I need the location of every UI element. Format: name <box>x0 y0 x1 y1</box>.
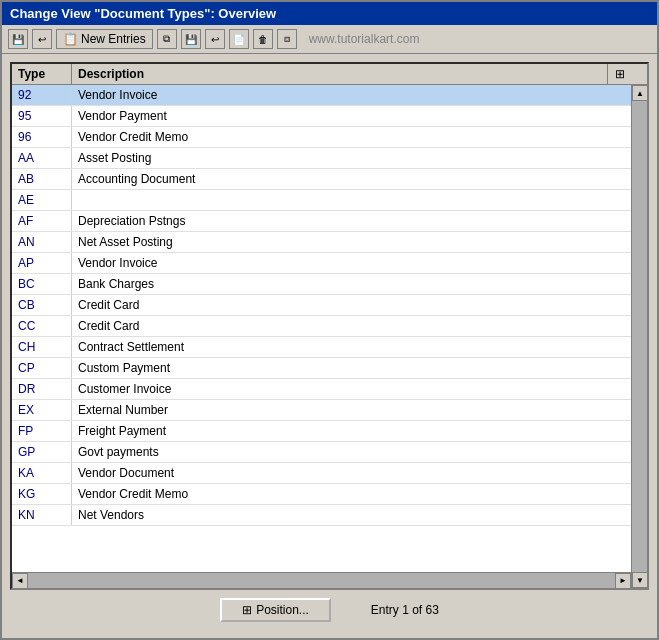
table-row[interactable]: KG Vendor Credit Memo <box>12 484 631 505</box>
position-btn-icon: ⊞ <box>242 603 252 617</box>
cell-type: 96 <box>12 127 72 147</box>
new-entries-icon: 📋 <box>63 32 78 46</box>
document-types-table: Type Description ⊞ 92 Vendor Invoice <box>10 62 649 590</box>
cell-type: BC <box>12 274 72 294</box>
cell-desc: Freight Payment <box>72 421 631 441</box>
save-icon[interactable]: 💾 <box>8 29 28 49</box>
cell-type: FP <box>12 421 72 441</box>
header-type: Type <box>12 64 72 84</box>
table-row[interactable]: 96 Vendor Credit Memo <box>12 127 631 148</box>
table-row[interactable]: 95 Vendor Payment <box>12 106 631 127</box>
table-row[interactable]: AP Vendor Invoice <box>12 253 631 274</box>
cell-type: KA <box>12 463 72 483</box>
horizontal-scrollbar[interactable]: ◄ ► <box>12 572 631 588</box>
watermark: www.tutorialkart.com <box>309 32 420 46</box>
toolbar: 💾 ↩ 📋 New Entries ⧉ 💾 ↩ 📄 🗑 ⧈ www.tutori… <box>2 25 657 54</box>
cell-type: KN <box>12 505 72 525</box>
table-main: 92 Vendor Invoice 95 Vendor Payment 96 V… <box>12 85 631 588</box>
table-row[interactable]: BC Bank Charges <box>12 274 631 295</box>
clipboard-icon[interactable]: 📄 <box>229 29 249 49</box>
cell-desc: Accounting Document <box>72 169 631 189</box>
main-window: Change View "Document Types": Overview 💾… <box>0 0 659 640</box>
copy-icon[interactable]: ⧉ <box>157 29 177 49</box>
table-header: Type Description ⊞ <box>12 64 647 85</box>
horizontal-scroll-track[interactable] <box>28 573 615 589</box>
cell-desc: Contract Settlement <box>72 337 631 357</box>
scroll-down-button[interactable]: ▼ <box>632 572 647 588</box>
table-outer: 92 Vendor Invoice 95 Vendor Payment 96 V… <box>12 85 647 588</box>
cell-type: CP <box>12 358 72 378</box>
table-row[interactable]: 92 Vendor Invoice <box>12 85 631 106</box>
cell-desc: Credit Card <box>72 295 631 315</box>
cell-type: DR <box>12 379 72 399</box>
back-icon[interactable]: ↩ <box>32 29 52 49</box>
cell-type: AP <box>12 253 72 273</box>
scroll-left-button[interactable]: ◄ <box>12 573 28 589</box>
header-sort-icon[interactable]: ⊞ <box>607 64 631 84</box>
cell-desc: Vendor Credit Memo <box>72 484 631 504</box>
position-button[interactable]: ⊞ Position... <box>220 598 331 622</box>
cell-desc: Vendor Invoice <box>72 85 631 105</box>
cell-type: 95 <box>12 106 72 126</box>
table-row[interactable]: CP Custom Payment <box>12 358 631 379</box>
table-row[interactable]: AA Asset Posting <box>12 148 631 169</box>
cell-type: GP <box>12 442 72 462</box>
table-row[interactable]: EX External Number <box>12 400 631 421</box>
cell-type: CB <box>12 295 72 315</box>
position-btn-label: Position... <box>256 603 309 617</box>
cell-type: KG <box>12 484 72 504</box>
filter-icon[interactable]: ⧈ <box>277 29 297 49</box>
cell-type: AE <box>12 190 72 210</box>
footer: ⊞ Position... Entry 1 of 63 <box>10 590 649 630</box>
table-row[interactable]: GP Govt payments <box>12 442 631 463</box>
table-row[interactable]: FP Freight Payment <box>12 421 631 442</box>
table-row[interactable]: CC Credit Card <box>12 316 631 337</box>
table-row[interactable]: AB Accounting Document <box>12 169 631 190</box>
undo-icon[interactable]: ↩ <box>205 29 225 49</box>
table-row[interactable]: CH Contract Settlement <box>12 337 631 358</box>
cell-type: AN <box>12 232 72 252</box>
cell-type: AA <box>12 148 72 168</box>
content-area: Type Description ⊞ 92 Vendor Invoice <box>2 54 657 638</box>
cell-type: CC <box>12 316 72 336</box>
cell-desc: Asset Posting <box>72 148 631 168</box>
cell-desc: Vendor Document <box>72 463 631 483</box>
entry-info: Entry 1 of 63 <box>371 603 439 617</box>
scroll-right-button[interactable]: ► <box>615 573 631 589</box>
cell-type: 92 <box>12 85 72 105</box>
title-bar: Change View "Document Types": Overview <box>2 2 657 25</box>
window-title: Change View "Document Types": Overview <box>10 6 276 21</box>
cell-type: AF <box>12 211 72 231</box>
cell-desc: Net Asset Posting <box>72 232 631 252</box>
cell-desc: Net Vendors <box>72 505 631 525</box>
table-row[interactable]: CB Credit Card <box>12 295 631 316</box>
vertical-scroll-track[interactable] <box>632 101 647 572</box>
table-row[interactable]: DR Customer Invoice <box>12 379 631 400</box>
header-description: Description <box>72 64 607 84</box>
cell-desc: Customer Invoice <box>72 379 631 399</box>
table-row[interactable]: AN Net Asset Posting <box>12 232 631 253</box>
new-entries-button[interactable]: 📋 New Entries <box>56 29 153 49</box>
scroll-up-button[interactable]: ▲ <box>632 85 647 101</box>
cell-desc: Bank Charges <box>72 274 631 294</box>
table-row[interactable]: KA Vendor Document <box>12 463 631 484</box>
cell-type: CH <box>12 337 72 357</box>
cell-desc: External Number <box>72 400 631 420</box>
table-row[interactable]: KN Net Vendors <box>12 505 631 526</box>
delete-icon[interactable]: 🗑 <box>253 29 273 49</box>
cell-desc <box>72 190 631 210</box>
cell-type: EX <box>12 400 72 420</box>
cell-desc: Vendor Credit Memo <box>72 127 631 147</box>
cell-desc: Govt payments <box>72 442 631 462</box>
new-entries-label: New Entries <box>81 32 146 46</box>
cell-desc: Custom Payment <box>72 358 631 378</box>
cell-type: AB <box>12 169 72 189</box>
vertical-scrollbar[interactable]: ▲ ▼ <box>631 85 647 588</box>
table-body[interactable]: 92 Vendor Invoice 95 Vendor Payment 96 V… <box>12 85 631 572</box>
save2-icon[interactable]: 💾 <box>181 29 201 49</box>
table-row[interactable]: AF Depreciation Pstngs <box>12 211 631 232</box>
cell-desc: Vendor Invoice <box>72 253 631 273</box>
table-row[interactable]: AE <box>12 190 631 211</box>
cell-desc: Vendor Payment <box>72 106 631 126</box>
cell-desc: Credit Card <box>72 316 631 336</box>
